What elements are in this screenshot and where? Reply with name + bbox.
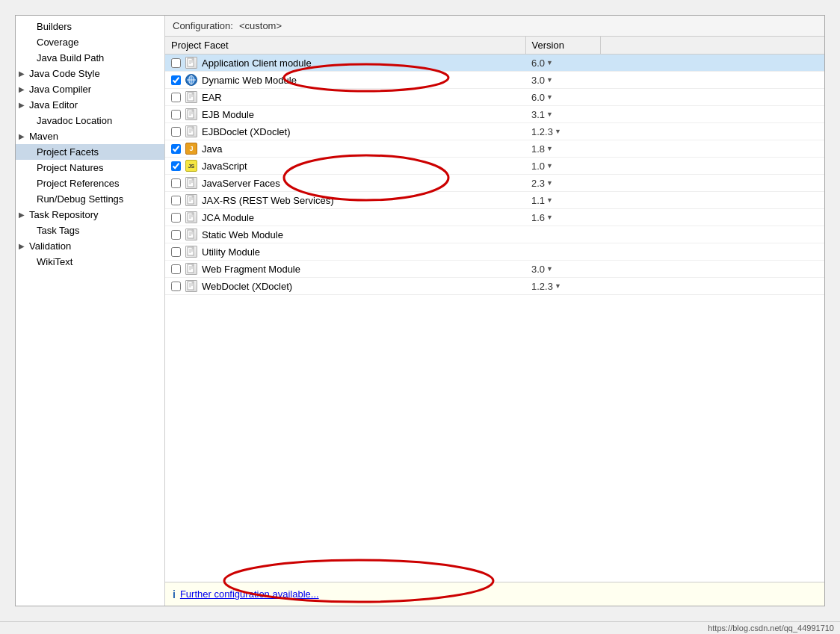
- table-row[interactable]: Web Fragment Module3.0▼: [165, 261, 824, 278]
- facet-checkbox-utility[interactable]: [171, 247, 181, 257]
- facet-version: [525, 243, 600, 261]
- table-row[interactable]: JJava1.8▼: [165, 140, 824, 158]
- sidebar-item-project-references[interactable]: Project References: [16, 175, 164, 191]
- facet-version[interactable]: 3.1▼: [525, 106, 600, 123]
- table-row[interactable]: JAX-RS (REST Web Services)1.1▼: [165, 192, 824, 209]
- table-row[interactable]: Dynamic Web Module3.0▼: [165, 72, 824, 89]
- facet-extra-cell: [600, 175, 824, 192]
- facet-version[interactable]: 6.0▼: [525, 55, 600, 72]
- sidebar-item-java-build-path[interactable]: Java Build Path: [16, 50, 164, 66]
- facet-checkbox-web-fragment[interactable]: [171, 264, 181, 274]
- facet-table: Project Facet Version Application Client…: [165, 37, 824, 295]
- table-row[interactable]: Application Client module6.0▼: [165, 55, 824, 72]
- config-label: Configuration:: [173, 20, 233, 31]
- content-panel: Configuration: <custom> Project Facet Ve…: [165, 16, 824, 606]
- facet-checkbox-javaserver-faces[interactable]: [171, 178, 181, 188]
- sidebar-item-label: WikiText: [37, 256, 72, 267]
- table-row[interactable]: Static Web Module: [165, 226, 824, 243]
- sidebar-item-java-code-style[interactable]: ▶Java Code Style: [16, 66, 164, 81]
- facet-checkbox-ear[interactable]: [171, 93, 181, 102]
- sidebar-item-label: Project References: [37, 178, 120, 189]
- version-dropdown[interactable]: 1.2.3▼: [531, 126, 561, 137]
- dropdown-arrow-icon: ▼: [546, 265, 553, 273]
- facet-version[interactable]: 1.6▼: [525, 209, 600, 226]
- sidebar-item-label: Java Compiler: [29, 84, 91, 95]
- facet-version[interactable]: 3.0▼: [525, 261, 600, 278]
- facet-checkbox-jax-rs[interactable]: [171, 196, 181, 205]
- facet-name-cell: Application Client module: [165, 55, 525, 72]
- sidebar-item-task-repository[interactable]: ▶Task Repository: [16, 207, 164, 223]
- facet-extra-cell: [600, 158, 824, 175]
- facet-checkbox-static-web[interactable]: [171, 230, 181, 240]
- version-dropdown[interactable]: 1.6▼: [531, 212, 553, 223]
- sidebar-item-java-editor[interactable]: ▶Java Editor: [16, 97, 164, 113]
- table-row[interactable]: EJB Module3.1▼: [165, 106, 824, 123]
- table-row[interactable]: Utility Module: [165, 243, 824, 261]
- facet-version[interactable]: 1.0▼: [525, 158, 600, 175]
- version-dropdown[interactable]: 1.1▼: [531, 195, 553, 206]
- facet-version[interactable]: 2.3▼: [525, 175, 600, 192]
- facet-name-cell: Utility Module: [165, 243, 525, 261]
- version-dropdown[interactable]: 6.0▼: [531, 92, 553, 103]
- version-value: 6.0: [531, 92, 545, 103]
- version-dropdown[interactable]: 3.0▼: [531, 75, 553, 86]
- sidebar-item-run-debug-settings[interactable]: Run/Debug Settings: [16, 191, 164, 207]
- table-row[interactable]: EAR6.0▼: [165, 89, 824, 106]
- facet-version[interactable]: 1.1▼: [525, 192, 600, 209]
- doc-icon: [185, 177, 197, 189]
- version-value: 1.0: [531, 161, 545, 172]
- table-row[interactable]: EJBDoclet (XDoclet)1.2.3▼: [165, 123, 824, 140]
- version-dropdown[interactable]: 1.2.3▼: [531, 281, 561, 292]
- sidebar-item-task-tags[interactable]: Task Tags: [16, 223, 164, 238]
- sidebar-item-wikitext[interactable]: WikiText: [16, 254, 164, 270]
- table-row[interactable]: JSJavaScript1.0▼: [165, 158, 824, 175]
- facet-checkbox-jca-module[interactable]: [171, 213, 181, 223]
- version-value: 2.3: [531, 178, 545, 189]
- facet-version[interactable]: 6.0▼: [525, 89, 600, 106]
- facet-label: Utility Module: [202, 246, 260, 258]
- java-icon: J: [185, 143, 197, 155]
- table-row[interactable]: JCA Module1.6▼: [165, 209, 824, 226]
- arrow-icon: ▶: [19, 101, 25, 109]
- facet-checkbox-dynamic-web[interactable]: [171, 75, 181, 85]
- facet-checkbox-ejb-module[interactable]: [171, 110, 181, 119]
- version-dropdown[interactable]: 6.0▼: [531, 58, 553, 69]
- sidebar-item-builders[interactable]: Builders: [16, 19, 164, 34]
- version-dropdown[interactable]: 1.8▼: [531, 143, 553, 155]
- facet-version[interactable]: 1.2.3▼: [525, 123, 600, 140]
- facet-version[interactable]: 3.0▼: [525, 72, 600, 89]
- facet-checkbox-app-client[interactable]: [171, 58, 181, 68]
- dropdown-arrow-icon: ▼: [555, 282, 561, 290]
- version-dropdown[interactable]: 3.0▼: [531, 264, 553, 275]
- facet-name-cell: EJBDoclet (XDoclet): [165, 123, 525, 140]
- facet-name-cell: Static Web Module: [165, 226, 525, 243]
- sidebar-item-maven[interactable]: ▶Maven: [16, 128, 164, 144]
- further-config-link[interactable]: Further configuration available...: [180, 588, 319, 600]
- facet-checkbox-java[interactable]: [171, 144, 181, 154]
- facet-label: EJBDoclet (XDoclet): [202, 126, 290, 137]
- sidebar-item-validation[interactable]: ▶Validation: [16, 238, 164, 254]
- version-dropdown[interactable]: 2.3▼: [531, 178, 553, 189]
- dropdown-arrow-icon: ▼: [546, 93, 553, 101]
- facet-checkbox-javascript[interactable]: [171, 161, 181, 171]
- sidebar-item-project-natures[interactable]: Project Natures: [16, 160, 164, 175]
- version-dropdown[interactable]: 1.0▼: [531, 161, 553, 172]
- sidebar-item-java-compiler[interactable]: ▶Java Compiler: [16, 81, 164, 97]
- facet-checkbox-webdoclet[interactable]: [171, 282, 181, 291]
- sidebar-item-javadoc-location[interactable]: Javadoc Location: [16, 113, 164, 128]
- status-url: https://blog.csdn.net/qq_44991710: [708, 624, 834, 633]
- facet-checkbox-ejbdoclet[interactable]: [171, 127, 181, 137]
- table-row[interactable]: WebDoclet (XDoclet)1.2.3▼: [165, 278, 824, 295]
- table-row[interactable]: JavaServer Faces2.3▼: [165, 175, 824, 192]
- version-dropdown[interactable]: 3.1▼: [531, 109, 553, 120]
- facet-extra-cell: [600, 261, 824, 278]
- sidebar-item-project-facets[interactable]: Project Facets: [16, 144, 164, 160]
- sidebar-item-label: Builders: [37, 21, 72, 32]
- facet-name-cell: JCA Module: [165, 209, 525, 226]
- facet-label: Dynamic Web Module: [202, 75, 297, 86]
- sidebar-item-coverage[interactable]: Coverage: [16, 34, 164, 50]
- facet-version[interactable]: 1.8▼: [525, 140, 600, 158]
- facet-extra-cell: [600, 106, 824, 123]
- sidebar-item-label: Maven: [29, 131, 58, 142]
- facet-version[interactable]: 1.2.3▼: [525, 278, 600, 295]
